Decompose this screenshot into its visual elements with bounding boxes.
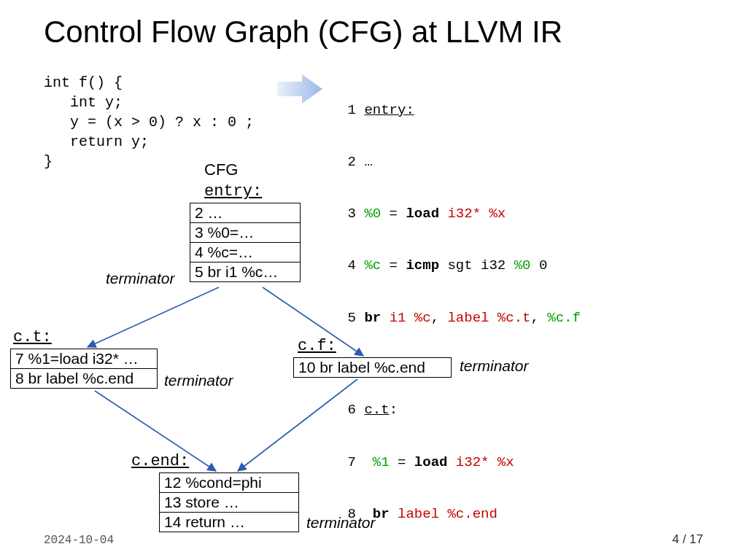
ir-line-1: 1 entry: <box>337 102 656 120</box>
block-cf-row: 10 br label %c.end <box>294 358 451 377</box>
block-cend-row: 12 %cond=phi <box>160 473 298 493</box>
block-ct: 7 %1=load i32* … 8 br label %c.end <box>10 349 158 389</box>
block-ct-row: 8 br label %c.end <box>11 369 157 388</box>
block-entry-row: 2 … <box>190 203 300 223</box>
block-entry-row: 4 %c=… <box>190 243 300 262</box>
terminator-label-entry: terminator <box>106 270 175 287</box>
arrow-right-icon <box>277 73 324 108</box>
block-cf: 10 br label %c.end <box>293 357 452 378</box>
ir-line-5: 5 br i1 %c, label %c.t, %c.f <box>337 310 656 327</box>
terminator-label-cf: terminator <box>460 357 529 375</box>
slide-title: Control Flow Graph (CFG) at LLVM IR <box>44 15 562 50</box>
ir-line-8: 8 br label %c.end <box>337 506 656 524</box>
block-label-entry: entry: <box>204 182 262 201</box>
terminator-label-cend: terminator <box>306 514 376 532</box>
terminator-label-ct: terminator <box>164 372 233 389</box>
block-entry-row: 5 br i1 %c… <box>190 262 300 281</box>
block-label-cend: c.end: <box>131 452 189 470</box>
ir-line-6: 6 c.t: <box>337 402 656 419</box>
svg-marker-0 <box>277 74 322 104</box>
block-label-ct: c.t: <box>13 328 52 346</box>
ir-line-3: 3 %0 = load i32* %x <box>337 206 656 223</box>
slide: Control Flow Graph (CFG) at LLVM IR int … <box>0 0 747 560</box>
svg-line-1 <box>88 287 219 347</box>
llvm-ir-listing: 1 entry: 2 … 3 %0 = load i32* %x 4 %c = … <box>337 67 656 560</box>
block-cend-row: 13 store … <box>160 493 298 513</box>
block-entry-row: 3 %0=… <box>190 223 300 243</box>
block-cend-row: 14 return … <box>160 513 298 532</box>
footer-page: 4 / 17 <box>672 532 703 547</box>
ir-line-7: 7 %1 = load i32* %x <box>337 454 656 472</box>
c-source-code: int f() { int y; y = (x > 0) ? x : 0 ; r… <box>44 73 254 171</box>
footer-date: 2024-10-04 <box>44 534 114 547</box>
ir-line-2: 2 … <box>337 154 656 171</box>
cfg-heading: CFG <box>204 160 238 179</box>
block-label-cf: c.f: <box>298 337 336 355</box>
ir-line-4: 4 %c = icmp sgt i32 %0 0 <box>337 257 656 275</box>
block-entry: 2 … 3 %0=… 4 %c=… 5 br i1 %c… <box>190 203 301 282</box>
block-ct-row: 7 %1=load i32* … <box>11 349 157 369</box>
block-cend: 12 %cond=phi 13 store … 14 return … <box>159 472 299 532</box>
